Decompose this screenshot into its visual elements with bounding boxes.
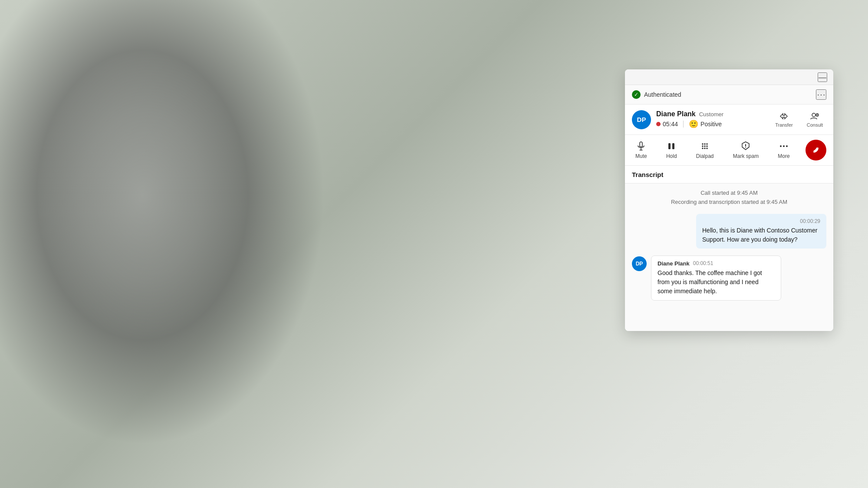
customer-message: DP Diane Plank 00:00:51 Good thanks. The… <box>632 255 826 301</box>
divider <box>683 121 684 128</box>
recording-started-text: Recording and transcription started at 9… <box>632 198 826 207</box>
svg-point-7 <box>702 143 704 145</box>
call-panel: — ✓ Authenticated ⋯ DP Diane Plank Custo… <box>625 69 833 331</box>
transfer-label: Transfer <box>775 122 793 128</box>
svg-point-19 <box>786 145 788 147</box>
transcript-header: Transcript <box>625 166 833 183</box>
transcript-body[interactable]: Call started at 9:45 AM Recording and tr… <box>625 183 833 331</box>
customer-msg-timestamp: 00:00:51 <box>693 260 713 266</box>
transcript-title: Transcript <box>632 171 664 178</box>
markspam-button[interactable]: Mark spam <box>730 139 762 161</box>
contact-name: Diane Plank <box>656 110 696 118</box>
customer-msg-avatar: DP <box>632 256 647 271</box>
svg-point-8 <box>704 143 706 145</box>
svg-point-17 <box>780 145 782 147</box>
contact-avatar: DP <box>632 110 651 129</box>
auth-icon: ✓ <box>632 90 641 99</box>
svg-point-13 <box>702 147 704 149</box>
mute-button[interactable]: Mute <box>632 139 651 161</box>
panel-topbar: — <box>625 69 833 85</box>
auth-text: Authenticated <box>644 91 681 98</box>
svg-rect-5 <box>668 143 671 149</box>
dialpad-button[interactable]: Dialpad <box>693 139 717 161</box>
contact-info: Diane Plank Customer 05:44 🙂 Positive <box>656 110 766 129</box>
call-controls: Mute Hold <box>625 135 833 166</box>
customer-bubble: Diane Plank 00:00:51 Good thanks. The co… <box>651 255 781 301</box>
contact-actions: Transfer Consult <box>772 110 826 129</box>
transfer-button[interactable]: Transfer <box>772 110 796 129</box>
svg-point-10 <box>702 145 704 147</box>
sentiment-text: Positive <box>700 121 722 128</box>
contact-sub-row: 05:44 🙂 Positive <box>656 119 766 129</box>
svg-point-15 <box>706 147 708 149</box>
customer-msg-header: Diane Plank 00:00:51 <box>658 260 775 267</box>
svg-point-9 <box>706 143 708 145</box>
svg-point-14 <box>704 147 706 149</box>
agent-bubble: 00:00:29 Hello, this is Diane with Conto… <box>696 214 826 249</box>
svg-point-12 <box>706 145 708 147</box>
call-timer: 05:44 <box>656 121 678 128</box>
auth-more-button[interactable]: ⋯ <box>816 89 826 100</box>
contact-role: Customer <box>699 111 723 118</box>
svg-rect-6 <box>672 143 674 149</box>
svg-point-11 <box>704 145 706 147</box>
customer-msg-name: Diane Plank <box>658 260 690 267</box>
more-button[interactable]: More <box>774 139 793 161</box>
more-label: More <box>778 153 789 159</box>
minimize-button[interactable]: — <box>818 72 827 82</box>
svg-point-18 <box>783 145 785 147</box>
agent-message: 00:00:29 Hello, this is Diane with Conto… <box>632 214 826 249</box>
auth-bar: ✓ Authenticated ⋯ <box>625 85 833 105</box>
person-silhouette <box>0 0 356 488</box>
call-recording-dot <box>656 122 661 126</box>
svg-rect-2 <box>640 142 642 147</box>
sentiment-indicator: 🙂 Positive <box>689 119 722 129</box>
consult-icon <box>810 111 819 121</box>
dialpad-label: Dialpad <box>696 153 714 159</box>
more-icon <box>779 141 789 151</box>
end-call-button[interactable] <box>806 140 826 160</box>
sentiment-icon: 🙂 <box>689 119 698 129</box>
svg-point-16 <box>745 147 746 148</box>
consult-button[interactable]: Consult <box>803 110 826 129</box>
markspam-icon <box>740 141 751 151</box>
dialpad-icon <box>700 141 710 151</box>
auth-status: ✓ Authenticated <box>632 90 681 99</box>
mute-label: Mute <box>635 153 647 159</box>
transfer-icon <box>779 111 789 121</box>
call-started-text: Call started at 9:45 AM <box>632 189 826 198</box>
customer-text: Good thanks. The coffee machine I got fr… <box>658 269 775 296</box>
svg-point-0 <box>812 113 815 117</box>
agent-text: Hello, this is Diane with Contoso Custom… <box>702 226 820 244</box>
contact-row: DP Diane Plank Customer 05:44 🙂 Positive <box>625 105 833 135</box>
hold-icon <box>666 141 677 151</box>
call-info: Call started at 9:45 AM Recording and tr… <box>632 189 826 207</box>
markspam-label: Mark spam <box>733 153 759 159</box>
mute-icon <box>636 141 646 151</box>
contact-name-row: Diane Plank Customer <box>656 110 766 118</box>
agent-timestamp: 00:00:29 <box>702 218 820 224</box>
consult-label: Consult <box>807 122 823 128</box>
hold-button[interactable]: Hold <box>663 139 681 161</box>
timer-value: 05:44 <box>663 121 678 128</box>
hold-label: Hold <box>666 153 677 159</box>
